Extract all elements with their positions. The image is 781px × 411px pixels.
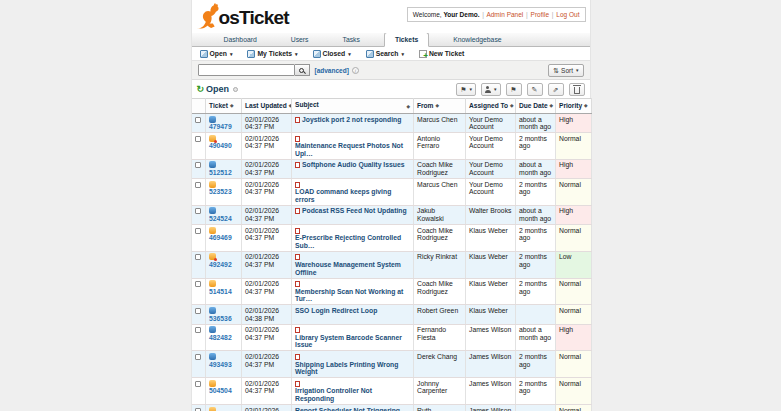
sort-indicator-icon: ◆ [510, 103, 513, 108]
subject-link[interactable]: Library System Barcode Scanner Issue [295, 334, 410, 349]
col-subject[interactable]: Subject◆ [292, 99, 414, 114]
row-checkbox[interactable] [195, 182, 201, 188]
ticket-state-icon-blue [209, 116, 216, 123]
subject-link[interactable]: Joystick port 2 not responding [302, 116, 401, 124]
col-ticket[interactable]: Ticket◆ [206, 99, 242, 114]
ticket-cell: 524524 [206, 205, 242, 224]
subject-link[interactable]: Maintenance Request Photos Not Upl… [295, 142, 410, 157]
subject-cell: E-Prescribe Rejecting Controlled Sub… [292, 225, 414, 252]
row-checkbox[interactable] [195, 408, 201, 411]
col-assigned-to-label: Assigned To [469, 102, 508, 109]
col-due-date[interactable]: Due Date◆ [516, 99, 556, 114]
edit-button[interactable]: ✎ [527, 83, 543, 96]
row-checkbox[interactable] [195, 136, 201, 142]
subject-link[interactable]: E-Prescribe Rejecting Controlled Sub… [295, 234, 410, 249]
ticket-cell: 512512 [206, 159, 242, 178]
attachment-icon [295, 381, 300, 387]
priority-cell: Normal [556, 351, 592, 378]
ticket-link[interactable]: 490490 [209, 142, 232, 149]
subject-link[interactable]: Irrigation Controller Not Responding [295, 387, 410, 402]
logout-link[interactable]: Log Out [556, 11, 579, 18]
ticket-cell: 523523 [206, 179, 242, 206]
subnav-my-tickets[interactable]: My Tickets ▾ [247, 50, 297, 58]
subnav-closed[interactable]: Closed ▾ [313, 50, 351, 58]
ticket-link[interactable]: 524524 [209, 215, 232, 222]
welcome-prefix: Welcome, [413, 11, 442, 18]
ticket-row: 53753702/01/2026 04:38 PMReport Schedule… [192, 405, 592, 411]
subject-link[interactable]: LOAD command keeps giving errors [295, 188, 410, 203]
ticket-link[interactable]: 493493 [209, 361, 232, 368]
tab-tasks[interactable]: Tasks [333, 33, 370, 46]
profile-link[interactable]: Profile [531, 11, 549, 18]
row-checkbox[interactable] [195, 162, 201, 168]
subject-link[interactable]: Podcast RSS Feed Not Updating [302, 207, 407, 215]
ticket-link[interactable]: 523523 [209, 188, 232, 195]
ticket-link[interactable]: 482482 [209, 334, 232, 341]
subject-cell: Softphone Audio Quality Issues [292, 159, 414, 178]
subject-link[interactable]: Warehouse Management System Offline [295, 261, 410, 276]
queue-config-icon[interactable] [233, 87, 238, 92]
export-button[interactable]: ⇗ [548, 83, 564, 96]
tab-tickets[interactable]: Tickets [384, 32, 429, 47]
col-assigned-to[interactable]: Assigned To◆ [466, 99, 516, 114]
tab-users[interactable]: Users [281, 33, 319, 46]
tab-knowledgebase[interactable]: Knowledgebase [443, 33, 511, 46]
checkbox-cell [192, 114, 206, 133]
col-from-label: From [417, 102, 433, 109]
assigned-to-cell: Your Demo Account [466, 114, 516, 133]
subject-link[interactable]: Report Scheduler Not Triggering [295, 407, 400, 411]
ticket-link[interactable]: 514514 [209, 288, 232, 295]
tickets-icon [200, 50, 208, 58]
subnav-new-ticket[interactable]: New Ticket [419, 50, 464, 58]
row-checkbox[interactable] [195, 254, 201, 260]
ticket-link[interactable]: 492492 [209, 261, 232, 268]
welcome-box: Welcome, Your Demo. | Admin Panel | Prof… [407, 7, 586, 22]
search-input[interactable] [198, 64, 295, 76]
subject-link[interactable]: Softphone Audio Quality Issues [302, 161, 404, 169]
ticket-link[interactable]: 512512 [209, 169, 232, 176]
subnav-search[interactable]: Search ▾ [366, 50, 404, 58]
row-checkbox[interactable] [195, 354, 201, 360]
subnav-closed-label: Closed [323, 50, 346, 57]
col-priority[interactable]: Priority◆ [556, 99, 592, 114]
separator: | [552, 11, 554, 18]
ticket-state-icon-orange-red [209, 135, 216, 142]
row-checkbox[interactable] [195, 327, 201, 333]
flag-dropdown-button[interactable]: ⚑ ▾ [456, 83, 476, 96]
due-date-cell: about a month ago [516, 205, 556, 224]
advanced-search-link[interactable]: [advanced] [315, 67, 349, 74]
row-checkbox[interactable] [195, 117, 201, 123]
delete-button[interactable] [569, 83, 585, 96]
subnav-new-ticket-label: New Ticket [429, 50, 464, 57]
col-subject-label: Subject [295, 101, 319, 108]
subject-link[interactable]: Shipping Labels Printing Wrong Weight [295, 361, 410, 376]
assign-dropdown-button[interactable]: ▾ [481, 83, 501, 96]
subnav-open[interactable]: Open ▾ [200, 50, 233, 58]
refresh-icon[interactable]: ↻ [197, 85, 205, 94]
ticket-link[interactable]: 479479 [209, 123, 232, 130]
tab-dashboard[interactable]: Dashboard [214, 33, 267, 46]
admin-panel-link[interactable]: Admin Panel [486, 11, 523, 18]
subject-link[interactable]: SSO Login Redirect Loop [295, 307, 377, 315]
row-checkbox[interactable] [195, 281, 201, 287]
ticket-link[interactable]: 536536 [209, 315, 232, 322]
row-checkbox[interactable] [195, 228, 201, 234]
sort-button[interactable]: ⇅ Sort ▾ [548, 64, 583, 77]
search-button[interactable] [295, 64, 310, 76]
col-last-updated[interactable]: Last Updated◆ [242, 99, 292, 114]
attachment-icon [295, 182, 300, 188]
ticket-link[interactable]: 469469 [209, 234, 232, 241]
ticket-link[interactable]: 504504 [209, 387, 232, 394]
assigned-to-cell: James Wilson [466, 405, 516, 411]
caret-down-icon: ▾ [295, 51, 298, 57]
col-from[interactable]: From◆ [414, 99, 466, 114]
row-checkbox[interactable] [195, 308, 201, 314]
row-checkbox[interactable] [195, 381, 201, 387]
assigned-to-cell: James Wilson [466, 351, 516, 378]
due-date-cell: 2 months ago [516, 179, 556, 206]
trash-icon [574, 87, 580, 94]
ticket-state-icon-orange [209, 181, 216, 188]
overdue-flag-button[interactable]: ⚑ [506, 83, 522, 96]
row-checkbox[interactable] [195, 208, 201, 214]
subject-link[interactable]: Membership Scan Not Working at Tur… [295, 288, 410, 303]
